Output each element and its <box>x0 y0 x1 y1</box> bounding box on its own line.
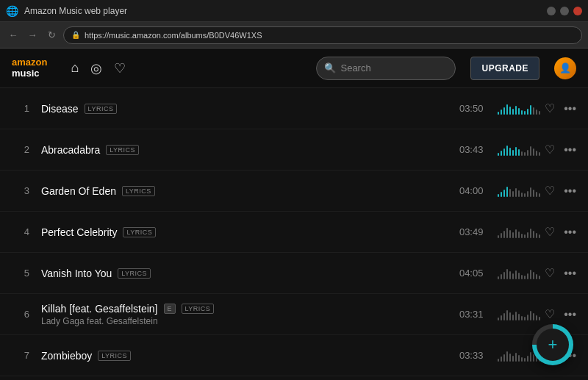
more-button[interactable]: ••• <box>564 102 576 115</box>
track-actions: ♡ ••• <box>545 143 576 157</box>
track-title: Zombieboy LYRICS <box>41 350 449 362</box>
track-title: Abracadabra LYRICS <box>41 144 449 156</box>
like-button[interactable]: ♡ <box>545 184 555 198</box>
track-waveform <box>493 309 545 320</box>
track-info: Garden Of Eden LYRICS <box>41 185 449 197</box>
track-number: 5 <box>12 268 29 279</box>
track-row[interactable]: 2 Abracadabra LYRICS 03:43 ♡ ••• <box>0 129 588 171</box>
waveform-bars <box>498 268 540 279</box>
lyrics-badge: LYRICS <box>106 145 139 155</box>
like-button[interactable]: ♡ <box>545 266 555 280</box>
track-duration: 04:05 <box>449 268 493 279</box>
track-duration: 03:31 <box>449 309 493 320</box>
forward-button[interactable]: → <box>25 28 40 43</box>
avatar[interactable]: 👤 <box>554 57 576 79</box>
track-title: Perfect Celebrity LYRICS <box>41 226 449 238</box>
lyrics-badge: LYRICS <box>98 351 131 361</box>
lyrics-badge: LYRICS <box>182 304 215 314</box>
track-artist: Lady Gaga feat. Gesaffelstein <box>41 316 449 326</box>
track-duration: 03:49 <box>449 226 493 237</box>
track-title: Disease LYRICS <box>41 103 449 115</box>
track-waveform <box>493 226 545 238</box>
track-row[interactable]: 3 Garden Of Eden LYRICS 04:00 ♡ ••• <box>0 171 588 212</box>
track-info: Zombieboy LYRICS <box>41 350 449 362</box>
address-bar[interactable]: 🔒 https://music.amazon.com/albums/B0DV46… <box>63 26 582 44</box>
track-actions: ♡ ••• <box>545 225 576 239</box>
lyrics-badge: LYRICS <box>122 186 155 196</box>
nav-bar: amazon music ⌂ ◎ ♡ 🔍 UPGRADE 👤 <box>0 49 588 88</box>
track-duration: 04:00 <box>449 185 493 196</box>
track-row[interactable]: 4 Perfect Celebrity LYRICS 03:49 ♡ ••• <box>0 212 588 253</box>
track-list: 1 Disease LYRICS 03:50 ♡ ••• 2 Abracadab… <box>0 88 588 380</box>
waveform-bars <box>498 309 540 320</box>
track-row[interactable]: 7 Zombieboy LYRICS 03:33 ♡ ••• <box>0 335 588 376</box>
track-waveform <box>493 268 545 279</box>
title-bar-left: 🌐 Amazon Music web player <box>6 5 127 17</box>
track-number: 1 <box>12 103 29 114</box>
track-duration: 03:33 <box>449 350 493 361</box>
more-button[interactable]: ••• <box>564 267 576 280</box>
floating-play-inner: + <box>537 329 569 361</box>
track-title: Killah [feat. Gesaffelstein] E LYRICS <box>41 303 449 315</box>
track-row[interactable]: 6 Killah [feat. Gesaffelstein] E LYRICS … <box>0 294 588 335</box>
track-number: 2 <box>12 144 29 155</box>
logo-text: amazon <box>12 57 47 68</box>
window-controls[interactable]: ─ □ ✕ <box>547 7 582 15</box>
track-number: 7 <box>12 350 29 361</box>
track-duration: 03:50 <box>449 103 493 114</box>
track-actions: ♡ ••• <box>545 266 576 280</box>
track-info: Disease LYRICS <box>41 103 449 115</box>
back-button[interactable]: ← <box>6 28 21 43</box>
track-row[interactable]: 1 Disease LYRICS 03:50 ♡ ••• <box>0 88 588 129</box>
amazon-music-logo: amazon music <box>12 57 47 79</box>
title-bar: 🌐 Amazon Music web player ─ □ ✕ <box>0 0 588 22</box>
search-icon: 🔍 <box>324 62 336 74</box>
track-actions: ♡ ••• <box>545 184 576 198</box>
search-input[interactable] <box>340 62 448 74</box>
waveform-bars <box>498 226 540 238</box>
like-button[interactable]: ♡ <box>545 307 555 321</box>
url-text: https://music.amazon.com/albums/B0DV46W1… <box>85 31 262 40</box>
more-button[interactable]: ••• <box>564 143 576 157</box>
track-number: 6 <box>12 309 29 320</box>
track-waveform <box>493 103 545 115</box>
track-title: Vanish Into You LYRICS <box>41 268 449 279</box>
like-button[interactable]: ♡ <box>545 143 555 157</box>
minimize-button[interactable]: ─ <box>547 7 556 15</box>
floating-play-button[interactable]: + <box>532 324 573 365</box>
lock-icon: 🔒 <box>71 31 80 39</box>
track-info: Killah [feat. Gesaffelstein] E LYRICS La… <box>41 303 449 326</box>
track-actions: ♡ ••• <box>545 307 576 321</box>
explicit-badge: E <box>164 304 176 314</box>
more-button[interactable]: ••• <box>564 226 576 239</box>
browser-bar: ← → ↻ 🔒 https://music.amazon.com/albums/… <box>0 22 588 49</box>
headphones-icon[interactable]: ◎ <box>90 60 102 76</box>
track-info: Abracadabra LYRICS <box>41 144 449 156</box>
logo-music-text: music <box>12 68 47 79</box>
more-button[interactable]: ••• <box>564 308 576 321</box>
waveform-bars <box>498 103 540 115</box>
track-waveform <box>493 144 545 156</box>
lyrics-badge: LYRICS <box>85 104 118 114</box>
search-bar[interactable]: 🔍 <box>316 57 456 80</box>
track-duration: 03:43 <box>449 144 493 155</box>
home-icon[interactable]: ⌂ <box>71 60 79 76</box>
reload-button[interactable]: ↻ <box>44 28 59 43</box>
more-button[interactable]: ••• <box>564 184 576 198</box>
track-info: Vanish Into You LYRICS <box>41 268 449 279</box>
lyrics-badge: LYRICS <box>118 268 151 279</box>
track-title: Garden Of Eden LYRICS <box>41 185 449 197</box>
track-info: Perfect Celebrity LYRICS <box>41 226 449 238</box>
maximize-button[interactable]: □ <box>560 7 569 15</box>
heart-icon[interactable]: ♡ <box>114 60 126 76</box>
plus-icon: + <box>548 335 558 354</box>
close-button[interactable]: ✕ <box>573 7 582 15</box>
track-actions: ♡ ••• <box>545 101 576 115</box>
like-button[interactable]: ♡ <box>545 225 555 239</box>
like-button[interactable]: ♡ <box>545 101 555 115</box>
track-waveform <box>493 185 545 197</box>
track-row[interactable]: 5 Vanish Into You LYRICS 04:05 ♡ ••• <box>0 253 588 294</box>
waveform-bars <box>498 144 540 156</box>
nav-icons: ⌂ ◎ ♡ <box>71 60 126 76</box>
upgrade-button[interactable]: UPGRADE <box>470 57 539 80</box>
